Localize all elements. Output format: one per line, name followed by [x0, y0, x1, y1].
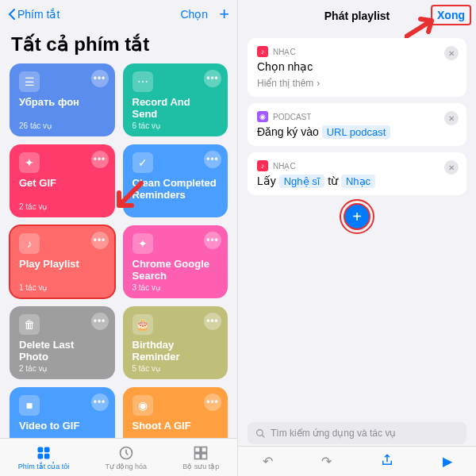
camera-icon: ◉	[132, 395, 153, 416]
card-title: Play Playlist	[19, 259, 106, 271]
card-title: Убрать фон	[19, 97, 106, 109]
card-subtitle: 26 tác vụ	[19, 121, 52, 130]
card-menu-button[interactable]: •••	[204, 151, 221, 168]
app-name: PODCAST	[273, 113, 311, 121]
music-icon: ♪	[19, 233, 40, 254]
svg-rect-1	[44, 447, 50, 452]
card-menu-button[interactable]: •••	[91, 393, 109, 411]
wand-icon: ✦	[19, 152, 40, 173]
svg-rect-8	[202, 453, 207, 459]
share-button[interactable]	[380, 453, 394, 470]
music-app-icon: ♪	[257, 46, 268, 57]
card-subtitle: 3 tác vụ	[132, 283, 160, 292]
nav-header: Phím tắt Chọn +	[0, 0, 237, 29]
cake-icon: 🎂	[132, 314, 153, 335]
action-app-header: ♪ NHẠC	[257, 160, 457, 171]
editor-header: Phát playlist Xong	[238, 0, 476, 32]
param-chip[interactable]: Nghệ sĩ	[279, 175, 325, 188]
podcast-app-icon: ◉	[257, 111, 268, 122]
tab-automation[interactable]: Tự động hóa	[105, 445, 147, 470]
share-icon	[380, 453, 394, 467]
card-subtitle: 5 tác vụ	[132, 364, 160, 373]
card-subtitle: 6 tác vụ	[132, 121, 160, 130]
card-title: Record And Send	[132, 97, 219, 121]
shortcut-card[interactable]: 🗑 ••• Delete Last Photo 2 tác vụ	[10, 306, 115, 379]
search-input[interactable]: Tìm kiếm ứng dụng và tác vụ	[248, 422, 466, 444]
tab-label: Tự động hóa	[105, 463, 147, 470]
svg-rect-7	[195, 453, 201, 459]
action-text: Chọn nhạc	[257, 60, 457, 73]
tab-label: Phím tắt của tôi	[18, 463, 70, 470]
shortcuts-grid: ☰ ••• Убрать фон 26 tác vụ⋯ ••• Record A…	[0, 63, 237, 460]
check-icon: ✓	[132, 152, 153, 173]
annotation-arrow-icon	[405, 16, 436, 40]
trash-icon: 🗑	[19, 314, 40, 335]
shortcut-editor-pane: Phát playlist Xong ✕ ♪ NHẠC Chọn nhạc Hi…	[238, 0, 476, 476]
app-name: NHẠC	[273, 48, 296, 56]
shortcut-card[interactable]: ♪ ••• Play Playlist 1 tác vụ	[10, 225, 115, 298]
redo-button[interactable]: ↷	[321, 454, 332, 469]
page-title: Tất cả phím tắt	[0, 29, 237, 63]
remove-action-icon[interactable]: ✕	[444, 46, 459, 60]
card-title: Delete Last Photo	[19, 340, 106, 363]
svg-rect-6	[202, 447, 207, 452]
card-title: Get GIF	[19, 178, 106, 190]
dots-icon: ⋯	[132, 71, 153, 92]
card-title: Video to GIF	[19, 420, 106, 432]
action-text: Đăng ký vào URL podcast	[257, 125, 457, 138]
card-subtitle: 2 tác vụ	[19, 364, 47, 373]
tab-bar: Phím tắt của tôi Tự động hóa Bộ sưu tập	[0, 438, 237, 476]
layers-icon: ☰	[19, 71, 40, 92]
editor-title: Phát playlist	[324, 10, 390, 22]
card-menu-button[interactable]: •••	[91, 232, 109, 249]
back-label: Phím tắt	[17, 8, 60, 21]
search-placeholder: Tìm kiếm ứng dụng và tác vụ	[271, 428, 396, 439]
param-chip[interactable]: Nhạc	[341, 175, 375, 188]
shortcut-card[interactable]: 🎂 ••• Birthday Reminder 5 tác vụ	[123, 306, 228, 379]
action-box-get-artist[interactable]: ✕ ♪ NHẠC Lấy Nghệ sĩ từ Nhạc	[248, 152, 466, 195]
action-box-music[interactable]: ✕ ♪ NHẠC Chọn nhạc Hiển thị thêm ›	[248, 38, 466, 97]
card-menu-button[interactable]: •••	[91, 313, 109, 330]
param-chip[interactable]: URL podcast	[322, 125, 391, 139]
remove-action-icon[interactable]: ✕	[444, 160, 459, 175]
action-app-header: ♪ NHẠC	[257, 46, 457, 57]
card-menu-button[interactable]: •••	[204, 70, 221, 87]
editor-toolbar: ↶ ↷ ▶	[238, 446, 476, 476]
card-menu-button[interactable]: •••	[204, 232, 221, 249]
shortcut-card[interactable]: ✦ ••• Get GIF 2 tác vụ	[10, 144, 115, 217]
video-icon: ■	[19, 395, 40, 416]
add-shortcut-button[interactable]: +	[219, 4, 229, 25]
action-app-header: ◉ PODCAST	[257, 111, 457, 122]
undo-button[interactable]: ↶	[263, 454, 273, 469]
run-button[interactable]: ▶	[443, 454, 452, 469]
card-title: Chrome Google Search	[132, 259, 219, 282]
tab-label: Bộ sưu tập	[182, 463, 219, 470]
action-box-podcast[interactable]: ✕ ◉ PODCAST Đăng ký vào URL podcast	[248, 103, 466, 146]
remove-action-icon[interactable]: ✕	[444, 111, 459, 125]
music-app-icon: ♪	[257, 160, 268, 171]
shortcut-card[interactable]: ☰ ••• Убрать фон 26 tác vụ	[10, 63, 115, 136]
action-text: Lấy Nghệ sĩ từ Nhạc	[257, 175, 457, 187]
svg-rect-0	[37, 447, 43, 452]
back-button[interactable]: Phím tắt	[8, 8, 60, 21]
tab-gallery[interactable]: Bộ sưu tập	[182, 445, 219, 470]
done-button[interactable]: Xong	[431, 5, 471, 25]
shortcut-card[interactable]: ⋯ ••• Record And Send 6 tác vụ	[123, 63, 228, 136]
svg-point-9	[257, 429, 263, 436]
card-title: Birthday Reminder	[132, 340, 219, 363]
card-subtitle: 2 tác vụ	[19, 202, 47, 211]
tab-my-shortcuts[interactable]: Phím tắt của tôi	[18, 445, 70, 470]
add-action-button[interactable]: +	[344, 203, 370, 230]
shortcut-card[interactable]: ✦ ••• Chrome Google Search 3 tác vụ	[123, 225, 228, 298]
wand-icon: ✦	[132, 233, 153, 254]
shortcuts-list-pane: Phím tắt Chọn + Tất cả phím tắt ☰ ••• Уб…	[0, 0, 238, 476]
chevron-right-icon: ›	[317, 78, 320, 89]
search-icon	[255, 428, 266, 439]
show-more-button[interactable]: Hiển thị thêm ›	[257, 78, 457, 89]
svg-rect-5	[195, 447, 201, 452]
card-menu-button[interactable]: •••	[91, 70, 109, 87]
card-menu-button[interactable]: •••	[204, 393, 221, 411]
card-menu-button[interactable]: •••	[91, 151, 109, 168]
select-button[interactable]: Chọn	[180, 8, 208, 21]
card-menu-button[interactable]: •••	[204, 313, 221, 330]
